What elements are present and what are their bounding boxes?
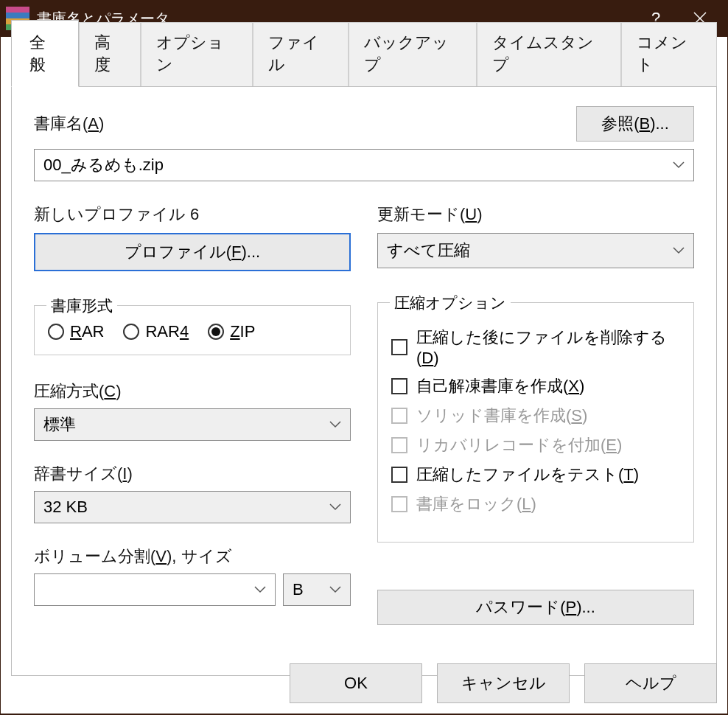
cancel-button[interactable]: キャンセル: [437, 663, 570, 703]
dictionary-size-label: 辞書サイズ(I): [34, 463, 351, 485]
chevron-down-icon: [329, 586, 341, 593]
dictionary-size-value: 32 KB: [43, 498, 88, 517]
tab-comment[interactable]: コメント: [621, 22, 717, 87]
tab-options[interactable]: オプション: [141, 22, 253, 87]
browse-button[interactable]: 参照(B)...: [576, 106, 694, 142]
profiles-button[interactable]: プロファイル(F)...: [34, 233, 351, 271]
volume-unit-combo[interactable]: B: [283, 573, 351, 606]
archive-name-combo[interactable]: 00_みるめも.zip: [34, 149, 694, 181]
chevron-down-icon: [329, 421, 341, 428]
right-column: 更新モード(U) すべて圧縮 圧縮オプション 圧縮した後にファイルを削除する(D…: [377, 203, 694, 625]
volume-unit-value: B: [293, 580, 304, 599]
check-sfx[interactable]: 自己解凍書庫を作成(X): [391, 375, 680, 397]
dialog-client: 全般 高度 オプション ファイル バックアップ タイムスタンプ コメント 書庫名…: [1, 37, 727, 714]
check-solid: ソリッド書庫を作成(S): [391, 405, 680, 427]
update-mode-value: すべて圧縮: [387, 240, 470, 262]
archive-name-label: 書庫名(A): [34, 113, 104, 135]
compression-options-group: 圧縮オプション 圧縮した後にファイルを削除する(D) 自己解凍書庫を作成(X) …: [377, 302, 694, 543]
help-footer-button[interactable]: ヘルプ: [584, 663, 717, 703]
compression-method-combo[interactable]: 標準: [34, 408, 351, 441]
volume-size-combo[interactable]: [34, 573, 276, 606]
tab-general[interactable]: 全般: [11, 20, 79, 87]
tab-files[interactable]: ファイル: [253, 22, 349, 87]
tab-time[interactable]: タイムスタンプ: [477, 22, 621, 87]
volume-size-label: ボリューム分割(V), サイズ: [34, 545, 351, 568]
profile-label: 新しいプロファイル 6: [34, 203, 351, 226]
radio-rar[interactable]: RAR: [48, 322, 104, 341]
archive-format-legend: 書庫形式: [46, 296, 117, 316]
check-recovery: リカバリレコードを付加(E): [391, 434, 680, 456]
tab-backup[interactable]: バックアップ: [349, 22, 477, 87]
compression-method-value: 標準: [43, 414, 76, 436]
tab-bar: 全般 高度 オプション ファイル バックアップ タイムスタンプ コメント: [11, 47, 717, 87]
tab-advanced[interactable]: 高度: [79, 22, 141, 87]
dialog-footer: OK キャンセル ヘルプ: [290, 663, 717, 703]
chevron-down-icon: [673, 247, 685, 254]
check-lock: 書庫をロック(L): [391, 493, 680, 515]
general-panel: 書庫名(A) 参照(B)... 00_みるめも.zip 新しいプロファイル 6 …: [11, 86, 717, 676]
chevron-down-icon: [329, 503, 341, 511]
chevron-down-icon: [254, 586, 266, 593]
password-button[interactable]: パスワード(P)...: [377, 590, 694, 625]
compression-method-label: 圧縮方式(C): [34, 380, 351, 402]
archive-format-group: 書庫形式 RAR RAR4 ZIP: [34, 305, 351, 355]
radio-zip[interactable]: ZIP: [208, 322, 255, 341]
check-delete-after[interactable]: 圧縮した後にファイルを削除する(D): [391, 327, 680, 368]
dictionary-size-combo[interactable]: 32 KB: [34, 491, 351, 523]
radio-rar4[interactable]: RAR4: [123, 322, 189, 341]
compression-options-legend: 圧縮オプション: [390, 293, 511, 313]
ok-button[interactable]: OK: [290, 663, 422, 703]
left-column: 新しいプロファイル 6 プロファイル(F)... 書庫形式 RAR RAR4 Z…: [34, 203, 351, 625]
archive-name-value: 00_みるめも.zip: [43, 154, 164, 176]
check-test[interactable]: 圧縮したファイルをテスト(T): [391, 464, 680, 486]
update-mode-label: 更新モード(U): [377, 203, 694, 226]
update-mode-combo[interactable]: すべて圧縮: [377, 233, 694, 268]
chevron-down-icon: [673, 161, 685, 169]
